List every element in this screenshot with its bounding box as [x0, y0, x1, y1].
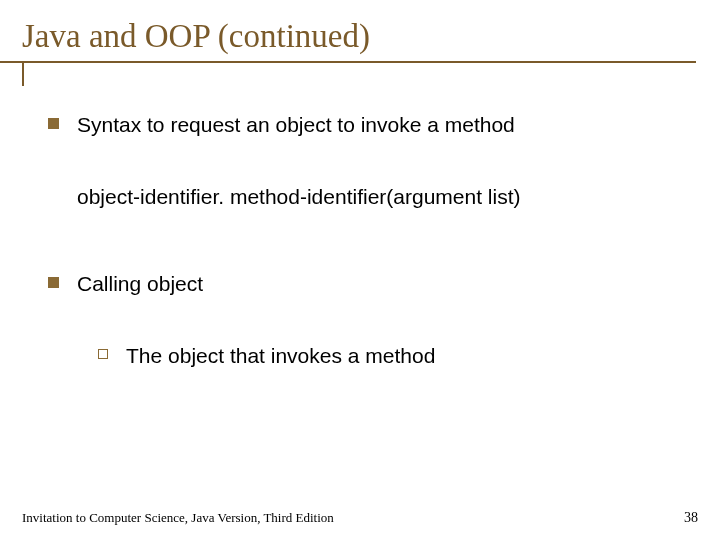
- page-number: 38: [684, 510, 698, 526]
- sub-bullet-text: The object that invokes a method: [126, 342, 435, 370]
- bullet-item: Syntax to request an object to invoke a …: [48, 111, 680, 139]
- syntax-text: object-identifier. method-identifier(arg…: [77, 183, 680, 211]
- title-side-rule: [22, 62, 24, 86]
- square-bullet-icon: [48, 277, 59, 288]
- square-bullet-icon: [48, 118, 59, 129]
- bullet-text: Syntax to request an object to invoke a …: [77, 111, 680, 139]
- footer: Invitation to Computer Science, Java Ver…: [22, 510, 698, 526]
- bullet-text: Calling object: [77, 270, 680, 298]
- title-area: Java and OOP (continued): [0, 0, 720, 55]
- sub-bullet-item: The object that invokes a method: [98, 342, 680, 370]
- footer-left: Invitation to Computer Science, Java Ver…: [22, 510, 334, 526]
- bullet-item: Calling object: [48, 270, 680, 298]
- slide-content: Syntax to request an object to invoke a …: [0, 63, 720, 370]
- hollow-square-bullet-icon: [98, 349, 108, 359]
- slide-title: Java and OOP (continued): [22, 18, 720, 55]
